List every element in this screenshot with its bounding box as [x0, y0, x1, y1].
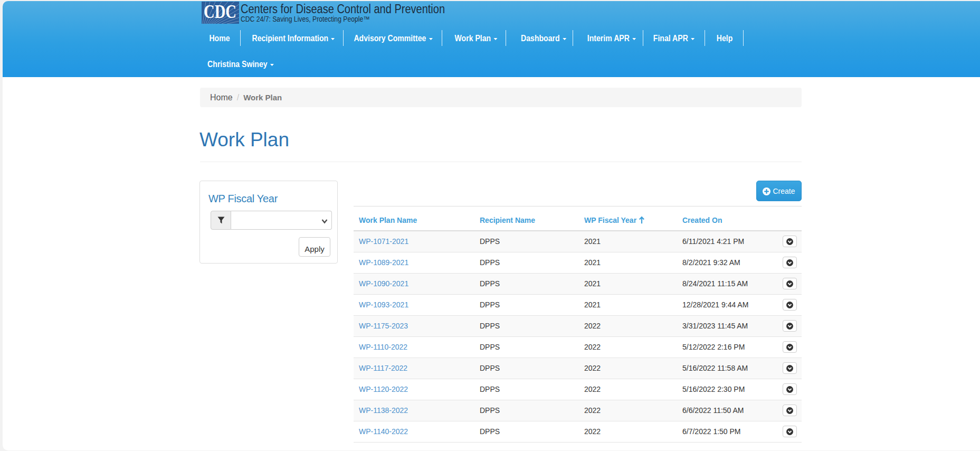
- svg-text:CDC: CDC: [204, 2, 236, 22]
